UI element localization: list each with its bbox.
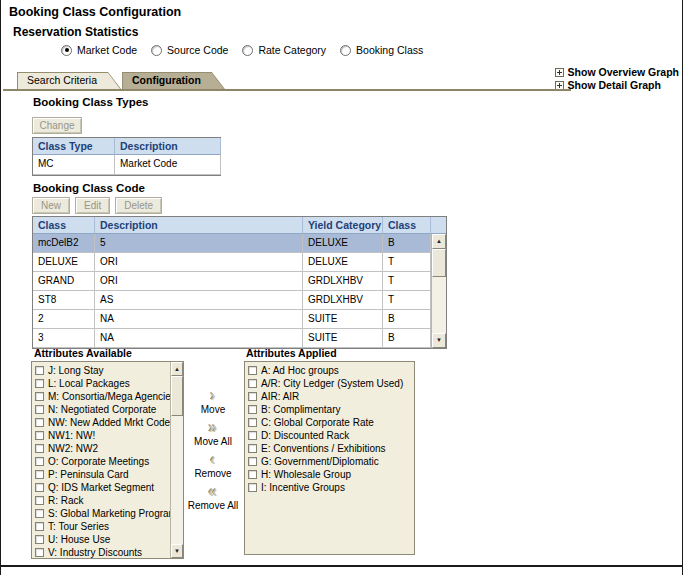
booking-class-code-heading: Booking Class Code	[33, 182, 145, 194]
applied-list-item[interactable]: A/R: City Ledger (System Used)	[245, 377, 414, 390]
tab[interactable]: Configuration	[122, 72, 225, 89]
scroll-up-button[interactable]: ▲	[171, 362, 183, 376]
radio-option[interactable]: Market Code	[61, 44, 137, 56]
applied-list-item[interactable]: I: Incentive Groups	[245, 481, 414, 494]
checkbox[interactable]	[248, 379, 257, 388]
available-list-item[interactable]: N: Negotiated Corporate	[32, 403, 170, 416]
booking-class-code-rows: mcDelB2 5 DELUXE B DELUXE ORI DELUXE T G…	[33, 234, 431, 348]
radio-button-icon[interactable]	[242, 45, 253, 56]
available-list-item[interactable]: Q: IDS Market Segment	[32, 481, 170, 494]
checkbox[interactable]	[248, 444, 257, 453]
table-row[interactable]: 2 NA SUITE B	[33, 310, 431, 329]
checkbox[interactable]	[248, 392, 257, 401]
radio-button-icon[interactable]	[151, 45, 162, 56]
checkbox[interactable]	[35, 470, 44, 479]
available-list-item[interactable]: U: House Use	[32, 533, 170, 546]
show-graph-link[interactable]: Show Overview Graph	[555, 66, 679, 78]
transfer-button[interactable]: « Remove All	[188, 485, 239, 514]
checkbox[interactable]	[35, 379, 44, 388]
scroll-down-button[interactable]: ▼	[171, 544, 183, 558]
scroll-down-button[interactable]: ▼	[432, 333, 446, 348]
expand-plus-icon[interactable]	[555, 68, 564, 77]
checkbox[interactable]	[35, 457, 44, 466]
transfer-button[interactable]: » Move All	[194, 421, 232, 450]
checkbox[interactable]	[35, 535, 44, 544]
available-list-item[interactable]: P: Peninsula Card	[32, 468, 170, 481]
vertical-scrollbar[interactable]: ▲ ▼	[431, 234, 446, 348]
available-list-item[interactable]: S: Global Marketing Programme	[32, 507, 170, 520]
vertical-scrollbar[interactable]: ▲ ▼	[170, 362, 183, 558]
table-row[interactable]: 3 NA SUITE B	[33, 329, 431, 348]
booking-class-code-header-row: Class Code Description Yield Category Cl…	[33, 217, 446, 234]
available-list-item[interactable]: J: Long Stay	[32, 364, 170, 377]
scroll-track[interactable]	[171, 416, 183, 544]
radio-button-icon[interactable]	[61, 45, 72, 56]
transfer-button[interactable]: ‹ Remove	[194, 453, 231, 482]
radio-option[interactable]: Source Code	[151, 44, 228, 56]
checkbox[interactable]	[35, 366, 44, 375]
checkbox[interactable]	[35, 522, 44, 531]
table-row[interactable]: GRAND ORI GRDLXHBV T	[33, 272, 431, 291]
available-list-item[interactable]: L: Local Packages	[32, 377, 170, 390]
toolbar-button[interactable]: New	[32, 197, 70, 214]
checkbox[interactable]	[248, 431, 257, 440]
available-list-item[interactable]: NW2: NW2	[32, 442, 170, 455]
column-header: Yield Category	[303, 217, 383, 234]
applied-list-item[interactable]: AIR: AIR	[245, 390, 414, 403]
toolbar-button[interactable]: Delete	[115, 197, 162, 214]
applied-list-item[interactable]: C: Global Corporate Rate	[245, 416, 414, 429]
toolbar-button[interactable]: Edit	[75, 197, 110, 214]
column-header: Class Type	[383, 217, 431, 234]
checkbox[interactable]	[248, 483, 257, 492]
available-list-item[interactable]: NW1: NW!	[32, 429, 170, 442]
transfer-button[interactable]: › Move	[201, 389, 225, 418]
applied-list-item[interactable]: A: Ad Hoc groups	[245, 364, 414, 377]
checkbox[interactable]	[35, 548, 44, 557]
radio-button-icon[interactable]	[340, 45, 351, 56]
show-graph-link[interactable]: Show Detail Graph	[555, 79, 679, 91]
class-code-cell: ST8	[33, 291, 95, 310]
attribute-label: U: House Use	[48, 534, 110, 545]
radio-option[interactable]: Booking Class	[340, 44, 423, 56]
checkbox[interactable]	[35, 483, 44, 492]
scroll-thumb[interactable]	[171, 376, 183, 416]
available-list-item[interactable]: O: Corporate Meetings	[32, 455, 170, 468]
description-cell: 5	[95, 234, 303, 253]
attribute-label: J: Long Stay	[48, 365, 104, 376]
applied-list-item[interactable]: D: Discounted Rack	[245, 429, 414, 442]
available-list-item[interactable]: M: Consortia/Mega Agencies	[32, 390, 170, 403]
table-row[interactable]: DELUXE ORI DELUXE T	[33, 253, 431, 272]
checkbox[interactable]	[35, 405, 44, 414]
checkbox[interactable]	[248, 405, 257, 414]
scroll-up-button[interactable]: ▲	[432, 234, 446, 249]
checkbox[interactable]	[248, 457, 257, 466]
applied-list-item[interactable]: H: Wholesale Group	[245, 468, 414, 481]
table-row[interactable]: MC Market Code	[33, 155, 220, 175]
checkbox[interactable]	[248, 418, 257, 427]
available-list-item[interactable]: T: Tour Series	[32, 520, 170, 533]
scroll-track[interactable]	[432, 277, 446, 333]
radio-option[interactable]: Rate Category	[242, 44, 326, 56]
available-list-item[interactable]: V: Industry Discounts	[32, 546, 170, 558]
booking-class-code-table: Class Code Description Yield Category Cl…	[32, 216, 447, 349]
table-row[interactable]: mcDelB2 5 DELUXE B	[33, 234, 431, 253]
applied-list-item[interactable]: G: Government/Diplomatic	[245, 455, 414, 468]
available-list-item[interactable]: R: Rack	[32, 494, 170, 507]
checkbox[interactable]	[35, 431, 44, 440]
checkbox[interactable]	[248, 366, 257, 375]
attributes-available-listbox: J: Long Stay L: Local Packages M: Consor…	[31, 361, 184, 559]
checkbox[interactable]	[35, 444, 44, 453]
scroll-thumb[interactable]	[432, 249, 446, 277]
tab[interactable]: Search Criteria	[17, 72, 121, 89]
checkbox[interactable]	[248, 470, 257, 479]
applied-list-item[interactable]: E: Conventions / Exhibitions	[245, 442, 414, 455]
change-button[interactable]: Change	[32, 117, 82, 134]
checkbox[interactable]	[35, 509, 44, 518]
checkbox[interactable]	[35, 392, 44, 401]
checkbox[interactable]	[35, 496, 44, 505]
available-list-item[interactable]: NW: New Added Mrkt Code	[32, 416, 170, 429]
applied-list-item[interactable]: B: Complimentary	[245, 403, 414, 416]
description-cell: ORI	[95, 253, 303, 272]
checkbox[interactable]	[35, 418, 44, 427]
table-row[interactable]: ST8 AS GRDLXHBV T	[33, 291, 431, 310]
